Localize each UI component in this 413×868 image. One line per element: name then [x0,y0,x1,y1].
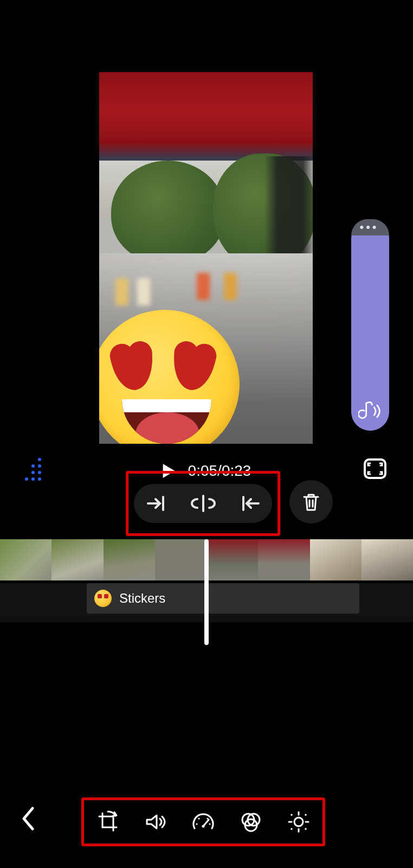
playhead[interactable] [204,539,209,645]
crop-rotate-button[interactable] [96,810,120,834]
timeline-thumbnail[interactable] [206,539,258,580]
annotation-highlight-trim-tools [126,471,280,536]
fullscreen-icon [363,458,387,480]
stickers-track-label: Stickers [119,591,165,606]
preview-bg-tree [111,161,225,264]
equalizer-icon[interactable] [25,461,47,481]
heart-eyes-emoji-icon [94,590,112,607]
timeline-thumbnail[interactable] [104,539,155,580]
svg-point-13 [305,828,307,830]
preview-bg-reflection [197,273,210,300]
annotation-highlight-edit-tools [81,797,325,846]
svg-point-10 [291,814,293,816]
chevron-left-icon [20,805,36,832]
svg-rect-0 [365,459,385,478]
svg-point-1 [202,825,204,827]
trash-icon [302,492,320,512]
back-button[interactable] [20,805,50,835]
volume-button[interactable] [144,810,167,834]
timeline-thumbnail[interactable] [258,539,309,580]
timeline-thumbnail[interactable] [0,539,51,580]
preview-bg-awning [99,72,313,161]
emoji-heart-eye [170,349,217,393]
preview-bg-reflection [137,278,150,305]
more-dots-icon: ••• [359,220,378,234]
brightness-adjust-button[interactable] [287,810,311,834]
filters-button[interactable] [239,810,263,834]
svg-point-3 [198,818,199,819]
preview-bg-reflection [224,273,237,300]
timeline-thumbnail[interactable] [310,539,362,580]
delete-button[interactable] [289,480,333,524]
more-options-button[interactable]: ••• [351,219,389,235]
preview-bg-reflection [115,278,128,305]
trim-end-to-playhead-button[interactable] [237,493,262,514]
bottom-toolbar [0,781,413,846]
svg-point-5 [209,823,210,825]
video-preview[interactable] [99,72,313,444]
timeline-thumbnail[interactable] [362,539,413,580]
svg-point-12 [291,828,293,830]
emoji-heart-eye [110,349,157,393]
trim-start-to-playhead-button[interactable] [145,493,170,514]
music-playing-icon [358,400,382,422]
audio-clip-overlay[interactable]: ••• [351,219,389,431]
emoji-mouth [122,399,211,444]
timeline-thumbnail[interactable] [155,539,206,580]
playback-speed-button[interactable] [191,810,215,834]
split-clip-button[interactable] [191,493,216,514]
svg-point-4 [206,818,208,819]
timeline-thumbnail[interactable] [51,539,103,580]
stickers-track-clip[interactable]: Stickers [87,583,359,614]
svg-point-9 [294,818,303,826]
fullscreen-button[interactable] [363,458,387,482]
trim-tools-pill [134,484,272,523]
svg-point-2 [196,823,197,825]
svg-point-11 [305,814,307,816]
